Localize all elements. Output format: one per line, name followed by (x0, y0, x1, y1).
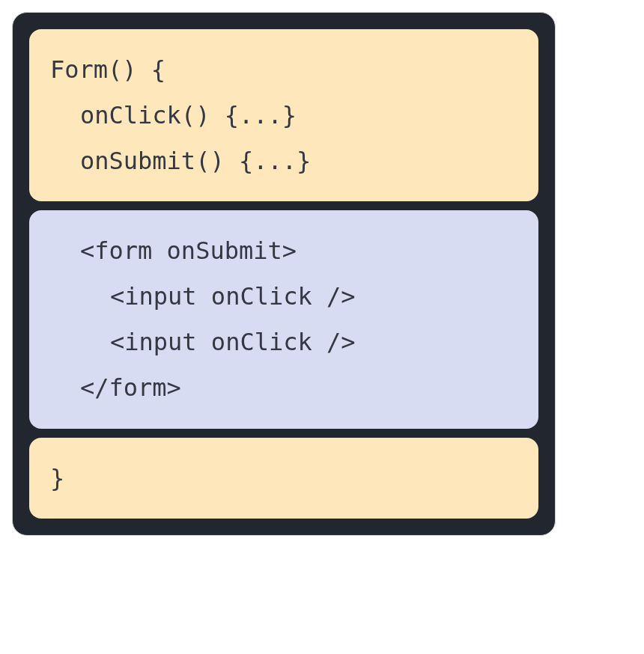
code-line: } (50, 456, 517, 501)
code-line: <input onClick /> (50, 320, 517, 365)
component-closing-block: } (29, 438, 538, 519)
code-line: <form onSubmit> (50, 228, 517, 274)
jsx-render-block: <form onSubmit> <input onClick /> <input… (29, 210, 538, 428)
code-line: </form> (50, 365, 517, 411)
code-diagram-container: Form() { onClick() {...} onSubmit() {...… (12, 12, 556, 536)
code-line: Form() { (50, 47, 517, 93)
component-definition-block: Form() { onClick() {...} onSubmit() {...… (29, 29, 538, 201)
code-line: <input onClick /> (50, 274, 517, 320)
code-line: onSubmit() {...} (50, 138, 517, 184)
code-line: onClick() {...} (50, 93, 517, 138)
